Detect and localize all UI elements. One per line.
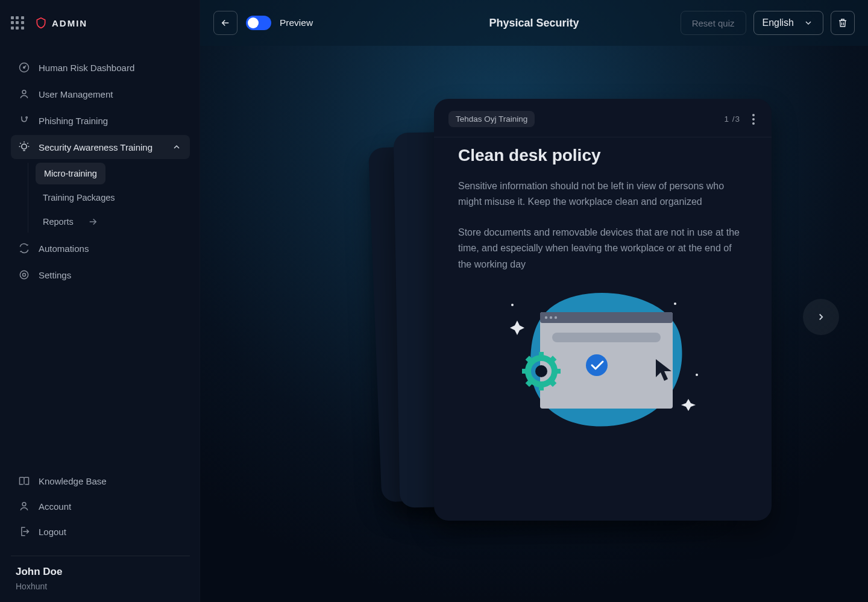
training-tag: Tehdas Oyj Training bbox=[448, 111, 535, 127]
svg-point-2 bbox=[22, 90, 26, 94]
next-card-button[interactable] bbox=[803, 299, 839, 335]
lightbulb-icon bbox=[18, 141, 30, 153]
sidebar-item-label: Security Awareness Training bbox=[39, 142, 153, 152]
footer-item-knowledge-base[interactable]: Knowledge Base bbox=[11, 469, 190, 493]
sidebar-item-phishing-training[interactable]: Phishing Training bbox=[11, 108, 190, 133]
sidebar-item-settings[interactable]: Settings bbox=[11, 263, 190, 287]
brand-name: ADMIN bbox=[52, 18, 87, 28]
clean-desk-illustration-icon bbox=[494, 287, 711, 444]
loop-icon bbox=[18, 242, 30, 254]
svg-point-4 bbox=[22, 144, 27, 149]
svg-point-15 bbox=[545, 316, 547, 319]
svg-rect-23 bbox=[522, 369, 528, 374]
card-title: Clean desk policy bbox=[458, 146, 747, 165]
subnav-item-label: Training Packages bbox=[43, 193, 115, 202]
svg-point-10 bbox=[511, 304, 514, 306]
footer-item-logout[interactable]: Logout bbox=[11, 519, 190, 544]
card-stack: Tehdas Oyj Training 1 /3 Clean desk poli… bbox=[375, 99, 712, 521]
page-title: Physical Security bbox=[489, 17, 579, 30]
subnav-item-label: Micro-training bbox=[44, 169, 97, 178]
svg-point-17 bbox=[555, 316, 557, 319]
card-menu-button[interactable] bbox=[750, 111, 757, 127]
subnav-item-training-packages[interactable]: Training Packages bbox=[36, 187, 190, 209]
book-icon bbox=[18, 475, 30, 487]
chevron-right-icon bbox=[815, 311, 827, 323]
footer-item-label: Account bbox=[39, 501, 71, 512]
svg-point-1 bbox=[24, 67, 25, 69]
svg-rect-21 bbox=[539, 352, 544, 358]
svg-rect-18 bbox=[552, 333, 661, 342]
delete-button[interactable] bbox=[831, 11, 855, 35]
trash-icon bbox=[837, 17, 849, 29]
footer-item-label: Logout bbox=[39, 527, 66, 537]
sidebar-item-automations[interactable]: Automations bbox=[11, 236, 190, 260]
svg-point-3 bbox=[26, 117, 28, 119]
svg-rect-24 bbox=[555, 369, 561, 374]
sidebar-item-label: Phishing Training bbox=[39, 116, 108, 126]
sidebar-item-label: Human Risk Dashboard bbox=[39, 63, 134, 73]
training-card: Tehdas Oyj Training 1 /3 Clean desk poli… bbox=[434, 99, 772, 521]
preview-toggle[interactable] bbox=[246, 16, 271, 30]
svg-marker-8 bbox=[510, 321, 524, 335]
sidebar: ADMIN Human Risk Dashboard User Managem bbox=[0, 0, 200, 602]
svg-rect-14 bbox=[540, 312, 673, 323]
sidebar-item-label: Settings bbox=[39, 270, 71, 280]
main: Preview Physical Security Reset quiz Eng… bbox=[200, 0, 868, 602]
logout-icon bbox=[18, 525, 30, 538]
user-org: Hoxhunt bbox=[16, 582, 185, 591]
footer-item-account[interactable]: Account bbox=[11, 494, 190, 518]
subnav: Micro-training Training Packages Reports bbox=[28, 163, 190, 233]
chevron-up-icon bbox=[171, 141, 183, 153]
back-button[interactable] bbox=[213, 11, 237, 35]
card-counter: 1 /3 bbox=[724, 114, 740, 124]
user-icon bbox=[18, 88, 30, 100]
svg-point-11 bbox=[696, 374, 698, 376]
shield-icon bbox=[35, 17, 47, 29]
svg-point-29 bbox=[535, 365, 547, 377]
card-paragraph: Store documents and removable devices th… bbox=[458, 225, 747, 272]
card-paragraph: Sensitive information should not be left… bbox=[458, 178, 747, 210]
svg-rect-22 bbox=[539, 384, 544, 390]
sidebar-item-label: Automations bbox=[39, 243, 89, 254]
divider bbox=[11, 556, 190, 556]
subnav-item-micro-training[interactable]: Micro-training bbox=[36, 163, 105, 184]
svg-point-12 bbox=[674, 303, 676, 305]
sidebar-item-label: User Management bbox=[39, 89, 113, 99]
user-block: John Doe Hoxhunt bbox=[11, 566, 190, 591]
svg-point-16 bbox=[550, 316, 552, 319]
svg-point-7 bbox=[22, 503, 26, 506]
svg-marker-9 bbox=[681, 399, 696, 411]
apps-grid-icon[interactable] bbox=[11, 16, 24, 30]
subnav-item-label: Reports bbox=[43, 217, 74, 227]
sidebar-item-security-awareness-training[interactable]: Security Awareness Training bbox=[11, 135, 190, 159]
topbar: Preview Physical Security Reset quiz Eng… bbox=[200, 0, 868, 46]
person-icon bbox=[18, 500, 30, 512]
svg-point-5 bbox=[20, 271, 28, 278]
sidebar-item-user-management[interactable]: User Management bbox=[11, 82, 190, 106]
card-illustration bbox=[458, 287, 747, 444]
arrow-right-icon bbox=[87, 216, 99, 228]
preview-label: Preview bbox=[280, 17, 313, 28]
nav-list: Human Risk Dashboard User Management Phi… bbox=[11, 55, 190, 159]
sidebar-item-human-risk-dashboard[interactable]: Human Risk Dashboard bbox=[11, 55, 190, 80]
stage: Tehdas Oyj Training 1 /3 Clean desk poli… bbox=[200, 46, 868, 602]
svg-point-6 bbox=[23, 274, 26, 277]
chevron-down-icon bbox=[802, 17, 814, 29]
hook-icon bbox=[18, 114, 30, 127]
nav-list-lower: Automations Settings bbox=[11, 236, 190, 287]
risk-gauge-icon bbox=[18, 61, 30, 74]
subnav-item-reports[interactable]: Reports bbox=[36, 211, 190, 233]
user-name: John Doe bbox=[16, 566, 185, 578]
reset-quiz-button[interactable]: Reset quiz bbox=[681, 11, 746, 35]
language-select[interactable]: English bbox=[753, 11, 823, 35]
brand: ADMIN bbox=[35, 17, 87, 29]
language-value: English bbox=[763, 17, 794, 28]
svg-point-19 bbox=[586, 354, 608, 376]
footer-item-label: Knowledge Base bbox=[39, 476, 107, 486]
target-icon bbox=[18, 269, 30, 281]
